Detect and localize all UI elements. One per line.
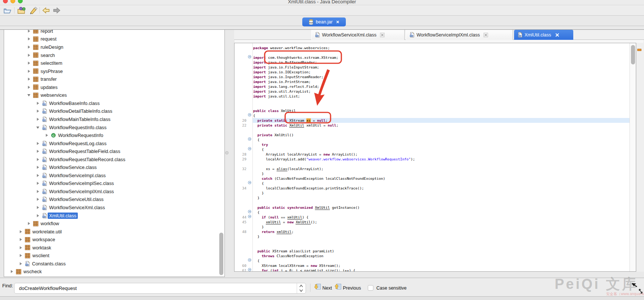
close-icon[interactable]: [380, 33, 385, 37]
tree-item-request[interactable]: request: [27, 35, 57, 43]
forward-icon[interactable]: [52, 6, 61, 15]
editor-tab-WorkflowServiceImplXml.class[interactable]: J010WorkflowServiceImplXml.class: [406, 30, 513, 40]
chevron-right-icon[interactable]: [19, 238, 22, 241]
next-icon[interactable]: [314, 283, 321, 291]
chevron-right-icon[interactable]: [19, 254, 22, 257]
fold-icon[interactable]: [248, 258, 251, 262]
chevron-right-icon[interactable]: [27, 86, 31, 89]
tree-item-wsclient[interactable]: wsclient: [19, 252, 50, 260]
tree-item-WorkflowServiceXml.class[interactable]: J010WorkflowServiceXml.class: [36, 204, 105, 212]
tree-item-workspace[interactable]: workspace: [19, 236, 55, 244]
chevron-right-icon[interactable]: [27, 61, 31, 65]
open-type-icon[interactable]: [17, 6, 27, 15]
splitter-handle[interactable]: [225, 151, 229, 154]
chevron-down-icon[interactable]: [27, 93, 31, 97]
close-icon[interactable]: [555, 33, 559, 37]
close-icon[interactable]: ✕: [336, 20, 339, 25]
paintbrush-icon[interactable]: [29, 6, 38, 15]
tree-item-WorkflowDetailTableInfo.class[interactable]: J010WorkflowDetailTableInfo.class: [36, 107, 112, 115]
tree-item-workflow[interactable]: workflow: [27, 220, 59, 228]
chevron-right-icon[interactable]: [27, 30, 31, 33]
code-editor[interactable]: package weaver.workflow.webservices;impo…: [234, 43, 636, 272]
fold-icon[interactable]: [248, 210, 251, 213]
fold-icon[interactable]: [248, 181, 251, 184]
chevron-right-icon[interactable]: [36, 174, 39, 177]
tree-item-worktask[interactable]: worktask: [19, 243, 51, 252]
tree-item-WorkflowServiceUtil.class[interactable]: J010WorkflowServiceUtil.class: [36, 195, 103, 204]
fold-icon[interactable]: [248, 147, 251, 150]
tab-bean-jar[interactable]: 010 bean.jar ✕: [302, 17, 346, 26]
chevron-right-icon[interactable]: [10, 270, 13, 273]
tree-item-WorkflowRequestTableRecord.class[interactable]: J010WorkflowRequestTableRecord.class: [36, 155, 125, 163]
editor-scrollbar-thumb[interactable]: [631, 45, 635, 64]
tree-item-updates[interactable]: updates: [27, 83, 58, 91]
chevron-down-icon[interactable]: [36, 126, 39, 129]
next-button[interactable]: Next: [322, 285, 332, 291]
chevron-right-icon[interactable]: [27, 54, 31, 57]
tree-item-WorkflowServiceImplSec.class[interactable]: J010WorkflowServiceImplSec.class: [36, 179, 114, 188]
tree-item-ruleDesign[interactable]: ruleDesign: [27, 43, 63, 51]
chevron-right-icon[interactable]: [36, 142, 39, 145]
chevron-right-icon[interactable]: [36, 118, 39, 121]
chevron-right-icon[interactable]: [36, 166, 39, 169]
editor-scrollbar[interactable]: [629, 43, 636, 271]
chevron-right-icon[interactable]: [36, 182, 39, 185]
fold-icon[interactable]: [248, 137, 251, 141]
chevron-right-icon[interactable]: [36, 198, 39, 201]
chevron-right-icon[interactable]: [36, 102, 39, 105]
tree-item-WorkflowMainTableInfo.class[interactable]: J010WorkflowMainTableInfo.class: [36, 115, 111, 123]
editor-tab-WorkflowServiceXml.class[interactable]: J010WorkflowServiceXml.class: [311, 30, 405, 40]
chevron-right-icon[interactable]: [27, 222, 31, 225]
tree-item-selectItem[interactable]: selectItem: [27, 59, 62, 67]
tree-item-WorkflowRequestInfo[interactable]: CWorkflowRequestInfo: [45, 131, 103, 140]
warning-marker[interactable]: [637, 49, 641, 51]
chevron-right-icon[interactable]: [36, 150, 39, 153]
fold-icon[interactable]: [248, 268, 251, 271]
chevron-right-icon[interactable]: [36, 190, 39, 193]
chevron-right-icon[interactable]: [36, 109, 39, 113]
chevron-right-icon[interactable]: [27, 77, 31, 81]
find-input[interactable]: doCreateWorkflowRequest: [14, 283, 306, 294]
tree-item-WorkflowRequestInfo.class[interactable]: J010WorkflowRequestInfo.class: [36, 123, 106, 131]
package-icon: [33, 221, 38, 226]
chevron-right-icon[interactable]: [36, 206, 39, 209]
tree-item-wscheck[interactable]: wscheck: [10, 268, 42, 276]
tree-item-label: ruleDesign: [41, 44, 63, 50]
fold-icon[interactable]: [248, 215, 251, 218]
tree-item-WorkflowServiceImplXml.class[interactable]: J010WorkflowServiceImplXml.class: [36, 187, 114, 195]
previous-button[interactable]: Previous: [343, 285, 361, 291]
open-file-icon[interactable]: [3, 6, 12, 15]
chevron-right-icon[interactable]: [27, 70, 31, 73]
chevron-right-icon[interactable]: [36, 158, 39, 161]
tree-item-workrelate.util[interactable]: workrelate.util: [19, 227, 62, 236]
case-sensitive-checkbox[interactable]: [368, 285, 373, 291]
find-history-stepper[interactable]: [297, 283, 306, 293]
tree-item-Constants.class[interactable]: J010Constants.class: [19, 259, 66, 268]
chevron-right-icon[interactable]: [45, 134, 48, 137]
chevron-right-icon[interactable]: [19, 262, 22, 265]
chevron-right-icon[interactable]: [27, 37, 31, 41]
chevron-right-icon[interactable]: [19, 230, 22, 233]
tree-item-WorkflowRequestLog.class[interactable]: J010WorkflowRequestLog.class: [36, 139, 106, 147]
tree-item-WorkflowBaseInfo.class[interactable]: J010WorkflowBaseInfo.class: [36, 99, 100, 107]
class-file-icon: J010: [315, 32, 320, 38]
chevron-right-icon[interactable]: [27, 45, 31, 49]
editor-tab-XmlUtil.class[interactable]: J010XmlUtil.class: [514, 30, 573, 40]
back-icon[interactable]: [42, 6, 51, 15]
tree-item-search[interactable]: search: [27, 51, 55, 59]
tree-item-XmlUtil.class[interactable]: J010XmlUtil.class: [36, 211, 78, 220]
tree-scrollbar[interactable]: [219, 233, 223, 275]
tree-item-sysPhrase[interactable]: sysPhrase: [27, 67, 63, 75]
chevron-right-icon[interactable]: [36, 214, 39, 217]
tree-item-report[interactable]: report: [27, 30, 53, 35]
chevron-right-icon[interactable]: [19, 246, 22, 249]
fold-icon[interactable]: [248, 55, 251, 58]
tree-item-webservices[interactable]: webservices: [27, 91, 67, 99]
tree-item-WorkflowRequestTableField.class[interactable]: J010WorkflowRequestTableField.class: [36, 147, 120, 156]
tree-item-WorkflowServiceImpl.class[interactable]: J010WorkflowServiceImpl.class: [36, 171, 106, 179]
close-icon[interactable]: [484, 33, 488, 37]
tree-item-WorkflowService.class[interactable]: J010WorkflowService.class: [36, 163, 97, 172]
fold-icon[interactable]: [248, 113, 251, 117]
tree-item-transfer[interactable]: transfer: [27, 75, 57, 83]
previous-icon[interactable]: [334, 283, 342, 291]
